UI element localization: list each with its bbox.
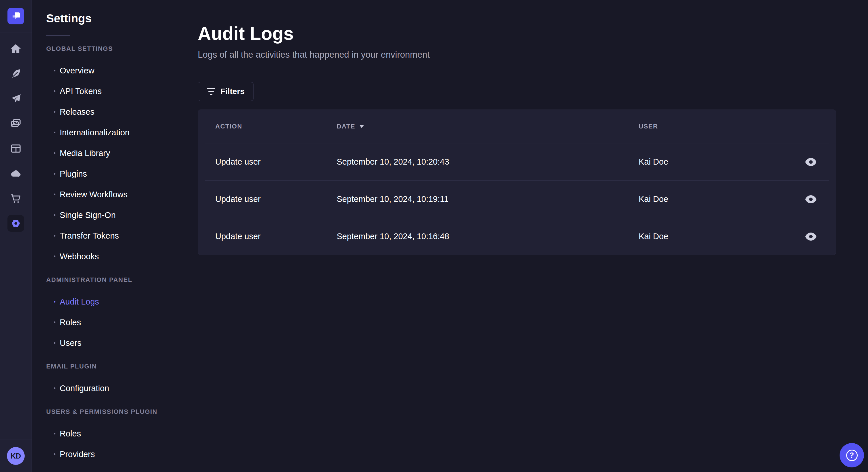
- sidebar-item-single-sign-on[interactable]: Single Sign-On: [46, 205, 165, 225]
- sidebar-item-media-library[interactable]: Media Library: [46, 143, 165, 164]
- filters-button[interactable]: Filters: [198, 82, 253, 101]
- bullet-icon: [54, 70, 55, 71]
- sidebar-item-api-tokens[interactable]: API Tokens: [46, 81, 165, 102]
- sidebar-item-roles[interactable]: Roles: [46, 312, 165, 333]
- section-email-plugin: Email Plugin Configuration: [46, 363, 165, 399]
- sort-desc-icon: [360, 125, 364, 128]
- nav-home[interactable]: [7, 40, 24, 57]
- nav-content[interactable]: [7, 65, 24, 82]
- column-header-user: User: [639, 123, 796, 130]
- bullet-icon: [54, 433, 55, 434]
- nav-releases[interactable]: [7, 90, 24, 107]
- bullet-icon: [54, 342, 55, 344]
- bullet-icon: [54, 256, 55, 257]
- feather-icon: [10, 68, 22, 79]
- nav-settings[interactable]: [7, 215, 24, 232]
- section-label: Global Settings: [46, 45, 165, 53]
- view-details-button[interactable]: [803, 230, 818, 243]
- bullet-icon: [54, 152, 55, 154]
- sidebar-item-users[interactable]: Users: [46, 333, 165, 353]
- filter-icon: [207, 88, 215, 95]
- nav-media-library[interactable]: [7, 115, 24, 132]
- cell-action: Update user: [215, 194, 337, 204]
- sidebar-item-plugins[interactable]: Plugins: [46, 164, 165, 184]
- bullet-icon: [54, 453, 55, 455]
- sidebar-item-providers[interactable]: Providers: [46, 444, 165, 465]
- section-global-settings: Global Settings Overview API Tokens Rele…: [46, 45, 165, 267]
- sidebar-item-transfer-tokens[interactable]: Transfer Tokens: [46, 225, 165, 246]
- sidebar-item-up-roles[interactable]: Roles: [46, 423, 165, 444]
- bullet-icon: [54, 173, 55, 175]
- rail-icon-list: [7, 40, 24, 232]
- layout-icon: [10, 143, 22, 154]
- table-row[interactable]: Update user September 10, 2024, 10:20:43…: [205, 143, 829, 180]
- view-details-button[interactable]: [803, 156, 818, 168]
- table-row[interactable]: Update user September 10, 2024, 10:19:11…: [205, 180, 829, 217]
- bullet-icon: [54, 235, 55, 237]
- gear-icon: [10, 217, 22, 229]
- user-section: KD: [0, 440, 32, 472]
- nav-content-type-builder[interactable]: [7, 140, 24, 157]
- bullet-icon: [54, 214, 55, 216]
- bullet-icon: [54, 194, 55, 195]
- logo-section: [0, 0, 32, 32]
- bullet-icon: [54, 111, 55, 113]
- audit-logs-table: Action Date User Update user September 1…: [198, 109, 836, 255]
- cell-date: September 10, 2024, 10:16:48: [337, 232, 639, 241]
- cell-action: Update user: [215, 232, 337, 241]
- user-avatar[interactable]: KD: [7, 447, 25, 465]
- cloud-icon: [10, 168, 22, 179]
- view-details-button[interactable]: [803, 193, 818, 206]
- cell-date: September 10, 2024, 10:20:43: [337, 157, 639, 167]
- cell-user: Kai Doe: [639, 157, 796, 167]
- eye-icon: [805, 158, 817, 167]
- section-label: Users & Permissions plugin: [46, 408, 165, 415]
- section-users-permissions-plugin: Users & Permissions plugin Roles Provide…: [46, 408, 165, 465]
- section-label: Administration Panel: [46, 276, 165, 283]
- bullet-icon: [54, 90, 55, 92]
- bullet-icon: [54, 132, 55, 133]
- sidebar-item-webhooks[interactable]: Webhooks: [46, 246, 165, 267]
- paper-plane-icon: [10, 93, 22, 104]
- sidebar-item-releases[interactable]: Releases: [46, 102, 165, 122]
- strapi-logo-icon: [10, 10, 22, 22]
- table-row[interactable]: Update user September 10, 2024, 10:16:48…: [205, 217, 829, 255]
- column-header-action: Action: [215, 123, 337, 130]
- column-header-date[interactable]: Date: [337, 123, 639, 130]
- section-label: Email Plugin: [46, 363, 165, 370]
- bullet-icon: [54, 387, 55, 389]
- sidebar-item-configuration[interactable]: Configuration: [46, 378, 165, 399]
- nav-marketplace[interactable]: [7, 190, 24, 207]
- nav-cloud[interactable]: [7, 165, 24, 182]
- table-header: Action Date User: [198, 110, 836, 143]
- help-icon: ?: [846, 450, 858, 461]
- strapi-logo[interactable]: [7, 8, 24, 24]
- bullet-icon: [54, 322, 55, 323]
- home-icon: [10, 43, 22, 55]
- pictures-icon: [10, 118, 22, 129]
- eye-icon: [805, 195, 817, 204]
- cell-user: Kai Doe: [639, 194, 796, 204]
- sidebar-item-overview[interactable]: Overview: [46, 60, 165, 81]
- main-nav-rail: KD: [0, 0, 32, 472]
- main-content: Audit Logs Logs of all the activities th…: [166, 0, 868, 472]
- cart-icon: [10, 193, 22, 204]
- settings-subnav: Settings Global Settings Overview API To…: [32, 0, 165, 472]
- sidebar-item-audit-logs[interactable]: Audit Logs: [46, 291, 165, 312]
- page-title: Audit Logs: [198, 23, 836, 44]
- cell-user: Kai Doe: [639, 232, 796, 241]
- sidebar-item-internationalization[interactable]: Internationalization: [46, 122, 165, 143]
- section-administration-panel: Administration Panel Audit Logs Roles Us…: [46, 276, 165, 353]
- cell-date: September 10, 2024, 10:19:11: [337, 194, 639, 204]
- title-divider: [46, 35, 70, 36]
- sidebar-item-review-workflows[interactable]: Review Workflows: [46, 184, 165, 205]
- subnav-title: Settings: [46, 11, 165, 25]
- help-button[interactable]: ?: [840, 443, 864, 467]
- cell-action: Update user: [215, 157, 337, 167]
- eye-icon: [805, 232, 817, 241]
- page-subtitle: Logs of all the activities that happened…: [198, 49, 836, 60]
- bullet-icon: [54, 301, 55, 303]
